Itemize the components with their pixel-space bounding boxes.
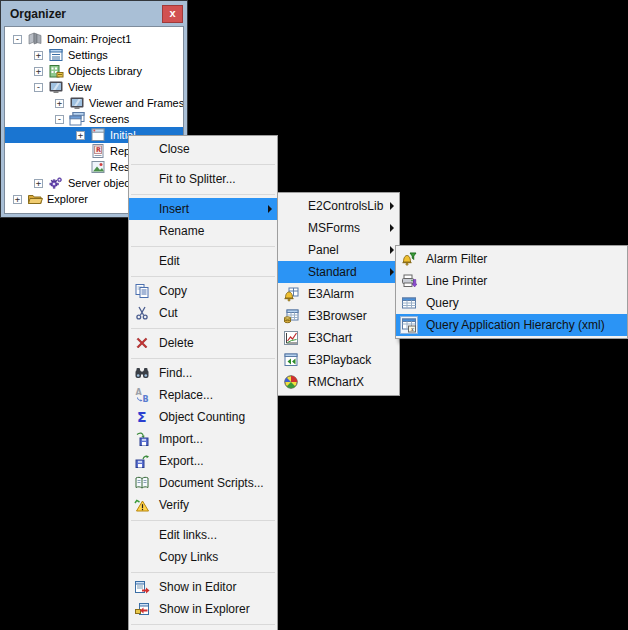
collapse-expander-icon[interactable]: +	[76, 131, 85, 140]
tree-item-settings[interactable]: + Settings	[5, 47, 183, 63]
submenu-item-query[interactable]: Query	[396, 292, 627, 314]
tree-item-label: Domain: Project1	[47, 33, 131, 45]
close-button[interactable]: x	[162, 5, 183, 23]
find-binoculars-icon	[134, 365, 150, 381]
menu-icon-slot	[134, 223, 150, 239]
collapse-expander-icon[interactable]: +	[34, 179, 43, 188]
collapse-expander-icon[interactable]: +	[55, 99, 64, 108]
submenu-item-msforms[interactable]: MSForms	[278, 217, 399, 239]
menu-icon-slot	[283, 242, 299, 258]
submenu-item-e3alarm[interactable]: E3Alarm	[278, 283, 399, 305]
collapse-expander-icon[interactable]: +	[34, 67, 43, 76]
verify-warning-icon	[134, 497, 150, 513]
tree-item-objects-library[interactable]: + Objects Library	[5, 63, 183, 79]
collapse-expander-icon[interactable]: -	[55, 115, 64, 124]
menu-item-label: Edit	[159, 254, 180, 268]
menu-item-document-scripts[interactable]: Document Scripts...	[129, 472, 277, 494]
menu-separator	[131, 358, 275, 359]
menu-item-show-in-explorer[interactable]: Show in Explorer	[129, 598, 277, 620]
menu-icon-slot	[283, 198, 299, 214]
submenu-item-rmchartx[interactable]: RMChartX	[278, 371, 399, 393]
sigma-icon: Σ	[134, 409, 150, 425]
submenu-item-e3browser[interactable]: E3Browser	[278, 305, 399, 327]
menu-icon-slot	[134, 549, 150, 565]
menu-item-label: Copy	[159, 284, 187, 298]
e3alarm-icon	[283, 286, 299, 302]
organizer-titlebar[interactable]: Organizer x	[1, 1, 187, 26]
submenu-item-query-application-hierarchy[interactable]: x Query Application Hierarchy (xml)	[396, 314, 627, 336]
settings-icon	[48, 47, 64, 63]
menu-item-import[interactable]: Import...	[129, 428, 277, 450]
tree-item-view[interactable]: - View	[5, 79, 183, 95]
submenu-item-standard[interactable]: Standard	[278, 261, 399, 283]
menu-separator	[131, 246, 275, 247]
menu-item-export[interactable]: Export...	[129, 450, 277, 472]
tree-item-label: Screens	[89, 113, 129, 125]
collapse-expander-icon[interactable]: -	[13, 35, 22, 44]
menu-separator	[131, 194, 275, 195]
menu-item-insert[interactable]: Insert	[129, 198, 277, 220]
menu-item-cut[interactable]: Cut	[129, 302, 277, 324]
menu-item-label: Delete	[159, 336, 194, 350]
menu-separator	[131, 624, 275, 625]
menu-item-show-in-editor[interactable]: Show in Editor	[129, 576, 277, 598]
menu-separator	[131, 164, 275, 165]
collapse-expander-icon[interactable]: +	[13, 195, 22, 204]
window-title: Organizer	[10, 7, 162, 21]
tree-item-label: View	[68, 81, 92, 93]
menu-item-edit-links[interactable]: Edit links...	[129, 524, 277, 546]
menu-item-find[interactable]: Find...	[129, 362, 277, 384]
submenu-item-e3playback[interactable]: E3Playback	[278, 349, 399, 371]
menu-item-label: Edit links...	[159, 528, 217, 542]
menu-separator	[131, 520, 275, 521]
menu-item-label: E3Alarm	[308, 287, 354, 301]
menu-item-edit[interactable]: Edit	[129, 250, 277, 272]
menu-item-object-counting[interactable]: Σ Object Counting	[129, 406, 277, 428]
domain-icon	[27, 31, 43, 47]
menu-item-verify[interactable]: Verify	[129, 494, 277, 516]
import-icon	[134, 431, 150, 447]
menu-item-fit-to-splitter[interactable]: Fit to Splitter...	[129, 168, 277, 190]
menu-item-close[interactable]: Close	[129, 138, 277, 160]
delete-icon	[134, 335, 150, 351]
tree-item-domain[interactable]: - Domain: Project1	[5, 31, 183, 47]
tree-item-screens[interactable]: - Screens	[5, 111, 183, 127]
collapse-expander-icon[interactable]: +	[34, 51, 43, 60]
tree-item-label: Settings	[68, 49, 108, 61]
menu-item-label: Export...	[159, 454, 204, 468]
menu-icon-slot	[134, 527, 150, 543]
submenu-arrow-icon	[268, 205, 272, 213]
e3browser-icon	[283, 308, 299, 324]
menu-item-label: Document Scripts...	[159, 476, 264, 490]
submenu-arrow-icon	[390, 246, 394, 254]
cut-icon	[134, 305, 150, 321]
menu-icon-slot	[134, 171, 150, 187]
menu-item-label: Find...	[159, 366, 192, 380]
svg-text:Σ: Σ	[137, 409, 147, 425]
menu-item-rename[interactable]: Rename	[129, 220, 277, 242]
menu-separator	[131, 572, 275, 573]
tree-item-label: Viewer and Frames	[89, 97, 184, 109]
submenu-item-panel[interactable]: Panel	[278, 239, 399, 261]
query-xml-table-icon: x	[401, 317, 417, 333]
submenu-item-e2controlslib[interactable]: E2ControlsLib	[278, 195, 399, 217]
menu-item-label: Rename	[159, 224, 204, 238]
menu-item-label: RMChartX	[308, 375, 364, 389]
tree-item-label: Explorer	[47, 193, 88, 205]
menu-item-copy-links[interactable]: Copy Links	[129, 546, 277, 568]
submenu-item-alarm-filter[interactable]: Alarm Filter	[396, 248, 627, 270]
menu-item-replace[interactable]: AB Replace...	[129, 384, 277, 406]
menu-item-delete[interactable]: Delete	[129, 332, 277, 354]
menu-item-label: Object Counting	[159, 410, 245, 424]
menu-icon-slot	[134, 253, 150, 269]
menu-item-label: Fit to Splitter...	[159, 172, 236, 186]
e3chart-icon	[283, 330, 299, 346]
submenu-item-line-printer[interactable]: Line Printer	[396, 270, 627, 292]
menu-icon-slot	[283, 220, 299, 236]
tree-item-viewer-and-frames[interactable]: + Viewer and Frames	[5, 95, 183, 111]
screens-icon	[69, 111, 85, 127]
collapse-expander-icon[interactable]: -	[34, 83, 43, 92]
menu-item-copy[interactable]: Copy	[129, 280, 277, 302]
submenu-item-e3chart[interactable]: E3Chart	[278, 327, 399, 349]
screen-icon	[90, 127, 106, 143]
